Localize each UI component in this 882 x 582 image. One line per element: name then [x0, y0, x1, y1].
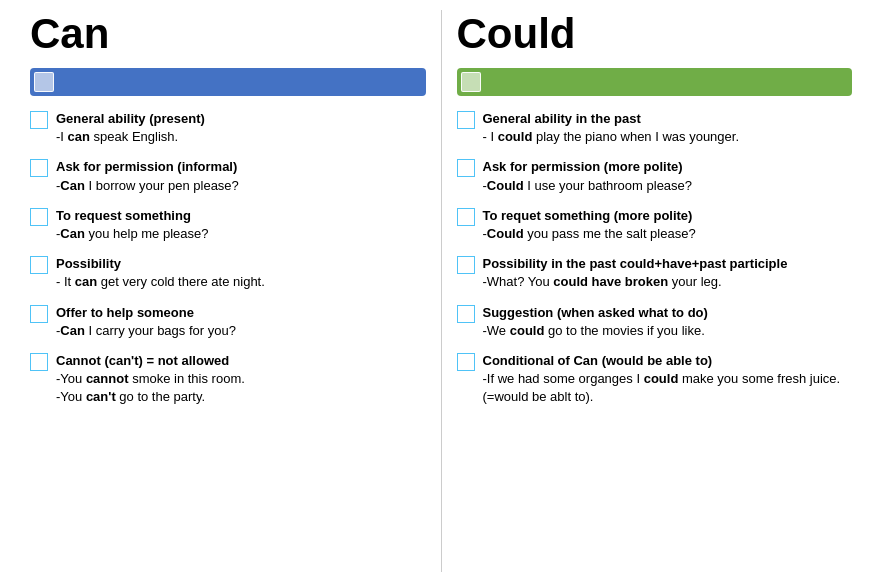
- item-title: Conditional of Can (would be able to): [483, 352, 853, 370]
- item-checkbox: [30, 305, 48, 323]
- list-item: Cannot (can't) = not allowed-You cannot …: [30, 352, 426, 407]
- item-desc: -What? You could have broken your leg.: [483, 273, 853, 291]
- can-items-list: General ability (present)-I can speak En…: [30, 110, 426, 418]
- column-divider: [441, 10, 442, 572]
- item-desc: -Could you pass me the salt please?: [483, 225, 853, 243]
- item-text: Ask for permission (more polite)-Could I…: [483, 158, 853, 194]
- list-item: Possibility in the past could+have+past …: [457, 255, 853, 291]
- item-checkbox: [30, 159, 48, 177]
- item-title: Suggestion (when asked what to do): [483, 304, 853, 322]
- item-desc: -We could go to the movies if you like.: [483, 322, 853, 340]
- item-text: General ability (present)-I can speak En…: [56, 110, 426, 146]
- item-desc: -You cannot smoke in this room.-You can'…: [56, 370, 426, 406]
- can-title: Can: [30, 10, 426, 58]
- list-item: Offer to help someone-Can I carry your b…: [30, 304, 426, 340]
- item-title: To request something: [56, 207, 426, 225]
- could-color-bar: [457, 68, 853, 96]
- item-title: Offer to help someone: [56, 304, 426, 322]
- item-desc: -Could I use your bathroom please?: [483, 177, 853, 195]
- can-column: Can General ability (present)-I can spea…: [20, 10, 436, 572]
- item-checkbox: [30, 256, 48, 274]
- item-checkbox: [457, 159, 475, 177]
- item-text: Ask for permission (informal)-Can I borr…: [56, 158, 426, 194]
- list-item: Conditional of Can (would be able to)-If…: [457, 352, 853, 407]
- item-title: General ability (present): [56, 110, 426, 128]
- item-text: Possibility in the past could+have+past …: [483, 255, 853, 291]
- item-checkbox: [457, 256, 475, 274]
- item-title: To requet something (more polite): [483, 207, 853, 225]
- can-bar-square: [34, 72, 54, 92]
- item-text: Cannot (can't) = not allowed-You cannot …: [56, 352, 426, 407]
- item-text: Possibility- It can get very cold there …: [56, 255, 426, 291]
- item-checkbox: [457, 353, 475, 371]
- list-item: Ask for permission (informal)-Can I borr…: [30, 158, 426, 194]
- item-checkbox: [30, 111, 48, 129]
- item-text: General ability in the past- I could pla…: [483, 110, 853, 146]
- item-desc: -I can speak English.: [56, 128, 426, 146]
- item-title: Possibility: [56, 255, 426, 273]
- item-text: Offer to help someone-Can I carry your b…: [56, 304, 426, 340]
- can-color-bar: [30, 68, 426, 96]
- item-text: To request something-Can you help me ple…: [56, 207, 426, 243]
- item-title: General ability in the past: [483, 110, 853, 128]
- could-bar-square: [461, 72, 481, 92]
- item-checkbox: [30, 353, 48, 371]
- list-item: Suggestion (when asked what to do)-We co…: [457, 304, 853, 340]
- item-desc: -If we had some organges I could make yo…: [483, 370, 853, 406]
- item-checkbox: [30, 208, 48, 226]
- list-item: To requet something (more polite)-Could …: [457, 207, 853, 243]
- item-checkbox: [457, 208, 475, 226]
- item-title: Ask for permission (more polite): [483, 158, 853, 176]
- could-column: Could General ability in the past- I cou…: [447, 10, 863, 572]
- list-item: Possibility- It can get very cold there …: [30, 255, 426, 291]
- list-item: General ability in the past- I could pla…: [457, 110, 853, 146]
- could-title: Could: [457, 10, 853, 58]
- item-desc: - It can get very cold there ate night.: [56, 273, 426, 291]
- item-desc: -Can I borrow your pen please?: [56, 177, 426, 195]
- item-desc: -Can I carry your bags for you?: [56, 322, 426, 340]
- could-items-list: General ability in the past- I could pla…: [457, 110, 853, 418]
- item-text: Conditional of Can (would be able to)-If…: [483, 352, 853, 407]
- item-checkbox: [457, 111, 475, 129]
- list-item: To request something-Can you help me ple…: [30, 207, 426, 243]
- item-title: Possibility in the past could+have+past …: [483, 255, 853, 273]
- item-title: Cannot (can't) = not allowed: [56, 352, 426, 370]
- item-desc: - I could play the piano when I was youn…: [483, 128, 853, 146]
- item-checkbox: [457, 305, 475, 323]
- item-text: To requet something (more polite)-Could …: [483, 207, 853, 243]
- list-item: General ability (present)-I can speak En…: [30, 110, 426, 146]
- list-item: Ask for permission (more polite)-Could I…: [457, 158, 853, 194]
- item-desc: -Can you help me please?: [56, 225, 426, 243]
- item-text: Suggestion (when asked what to do)-We co…: [483, 304, 853, 340]
- item-title: Ask for permission (informal): [56, 158, 426, 176]
